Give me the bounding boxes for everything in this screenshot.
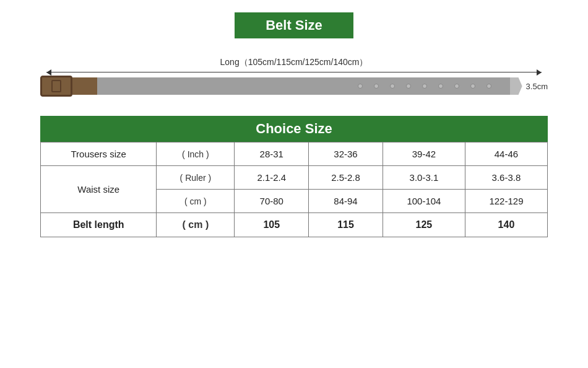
value-cell: 32-36 (309, 142, 383, 166)
value-cell: 2.5-2.8 (309, 166, 383, 190)
belt-buckle-inner (51, 80, 61, 92)
belt-length-label: Long（105cm/115cm/125cm/140cm） (40, 57, 548, 68)
belt-hole (390, 84, 395, 89)
belt-hole (422, 84, 427, 89)
choice-size-title: Choice Size (40, 116, 548, 142)
table-row: Waist size( Ruler )2.1-2.42.5-2.83.0-3.1… (41, 166, 548, 190)
value-cell: 28-31 (235, 142, 309, 166)
table-row: Trousers size( Inch )28-3132-3639-4244-4… (41, 142, 548, 166)
unit-cell: ( cm ) (157, 213, 235, 237)
unit-cell: ( cm ) (157, 190, 235, 213)
belt-hole (374, 84, 379, 89)
table-row: Belt length( cm )105115125140 (41, 213, 548, 237)
value-cell: 140 (465, 213, 547, 237)
belt-width-label: 3.5cm (526, 82, 548, 91)
value-cell: 100-104 (383, 190, 465, 213)
value-cell: 122-129 (465, 190, 547, 213)
row-header: Belt length (41, 213, 157, 237)
belt-tip (510, 77, 522, 95)
value-cell: 125 (383, 213, 465, 237)
belt-size-title: Belt Size (235, 12, 353, 38)
belt-hole (406, 84, 411, 89)
belt-arrow-row (40, 72, 548, 72)
value-cell: 115 (309, 213, 383, 237)
belt-hole (486, 84, 491, 89)
belt-hole (358, 84, 363, 89)
unit-cell: ( Ruler ) (157, 166, 235, 190)
value-cell: 105 (235, 213, 309, 237)
belt-buckle (40, 76, 72, 97)
belt-hole (470, 84, 475, 89)
value-cell: 70-80 (235, 190, 309, 213)
value-cell: 2.1-2.4 (235, 166, 309, 190)
belt-strap-left (72, 77, 97, 95)
arrow-line (46, 72, 542, 72)
value-cell: 3.0-3.1 (383, 166, 465, 190)
belt-hole (438, 84, 443, 89)
value-cell: 44-46 (465, 142, 547, 166)
size-table: Trousers size( Inch )28-3132-3639-4244-4… (40, 142, 548, 237)
value-cell: 84-94 (309, 190, 383, 213)
belt-visual: 3.5cm (40, 75, 548, 97)
row-header: Trousers size (41, 142, 157, 166)
value-cell: 39-42 (383, 142, 465, 166)
belt-holes (358, 84, 491, 89)
belt-diagram: Long（105cm/115cm/125cm/140cm） (40, 57, 548, 97)
belt-strap (97, 77, 510, 95)
unit-cell: ( Inch ) (157, 142, 235, 166)
belt-hole (454, 84, 459, 89)
row-header: Waist size (41, 166, 157, 213)
value-cell: 3.6-3.8 (465, 166, 547, 190)
